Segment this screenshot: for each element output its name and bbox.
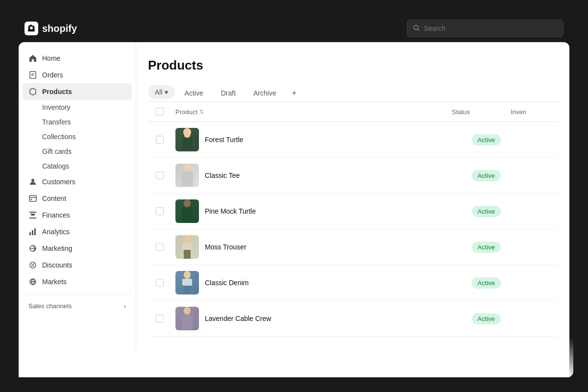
status-badge: Active [472,242,501,253]
home-icon [28,54,37,63]
row-checkbox[interactable] [156,279,164,287]
sidebar-item-transfers[interactable]: Transfers [36,115,132,129]
header-inventory-col: Inven [511,108,550,116]
row-checkbox[interactable] [156,172,164,179]
sidebar-item-collections[interactable]: Collections [36,129,132,144]
sidebar-item-products[interactable]: Products [23,83,132,100]
content-area: Products All ▾ Active Draft Archive + [136,42,569,377]
select-all-checkbox[interactable] [156,108,164,116]
product-list: Forest Turtle Active Classic Tee Active [148,122,558,337]
table-header: Product ⇅ Status Inven [148,102,558,122]
sidebar-item-markets[interactable]: Markets [23,273,132,290]
status-badge: Active [472,313,501,324]
sales-channels-label: Sales channels [28,302,72,310]
svg-point-11 [33,266,34,267]
table-row[interactable]: Classic Denim Active [148,265,558,301]
sidebar-label-orders: Orders [42,71,63,79]
status-badge: Active [472,134,501,146]
header-product-col: Product ⇅ [175,108,452,116]
chevron-down-icon: ▾ [165,88,168,96]
sidebar-label-home: Home [42,54,60,62]
sidebar-label-analytics: Analytics [42,228,70,236]
sidebar: Home Orders Products [19,42,136,377]
row-checkbox[interactable] [156,315,164,322]
marketing-icon [28,244,37,253]
sidebar-label-products: Products [42,88,72,96]
search-bar[interactable] [407,20,564,37]
sidebar-item-analytics[interactable]: Analytics [23,223,132,240]
sidebar-item-customers[interactable]: Customers [23,173,132,190]
tab-active[interactable]: Active [177,85,211,101]
row-checkbox[interactable] [156,136,164,144]
tab-archive[interactable]: Archive [245,85,284,101]
sidebar-label-marketing: Marketing [42,245,72,252]
top-bar: shopify [15,15,573,42]
table-row[interactable]: Lavender Cable Crew Active [148,301,558,337]
search-input[interactable] [424,24,557,32]
svg-point-26 [184,307,191,315]
sidebar-item-content[interactable]: Content [23,190,132,207]
sidebar-label-discounts: Discounts [42,261,72,269]
table-row[interactable]: Pine Mock Turtle Active [148,194,558,229]
svg-point-23 [184,271,191,279]
svg-rect-22 [182,243,192,250]
status-badge: Active [472,277,501,289]
sidebar-item-orders[interactable]: Orders [23,67,132,83]
product-thumbnail [175,128,199,151]
sidebar-item-finances[interactable]: Finances [23,207,132,223]
svg-rect-25 [182,279,192,286]
sidebar-item-catalogs[interactable]: Catalogs [36,159,132,173]
page-title: Products [148,58,558,73]
customers-icon [28,177,37,186]
svg-rect-17 [181,172,193,186]
svg-rect-19 [182,207,193,222]
main-area: Home Orders Products [19,42,569,377]
svg-rect-7 [34,228,36,235]
svg-point-10 [31,264,32,265]
svg-rect-6 [32,230,33,235]
logo-text: shopify [42,23,77,34]
product-thumbnail [175,164,199,187]
status-column-header: Status [452,108,501,116]
table-row[interactable]: Classic Tee Active [148,158,558,194]
product-name: Pine Mock Turtle [205,207,256,215]
sidebar-item-gift-cards[interactable]: Gift cards [36,144,132,159]
product-thumbnail [175,199,199,223]
sidebar-item-marketing[interactable]: Marketing [23,240,132,257]
discounts-icon [28,261,37,270]
tab-all[interactable]: All ▾ [148,85,175,99]
product-thumbnail [175,235,199,259]
header-checkbox-col [156,108,175,116]
product-name: Classic Denim [205,279,248,287]
svg-rect-1 [30,72,36,78]
sales-channels-arrow: › [124,302,126,310]
shopify-logo: shopify [24,22,77,35]
svg-point-16 [184,164,191,172]
products-sub-nav: Inventory Transfers Collections Gift car… [23,100,132,173]
sidebar-item-discounts[interactable]: Discounts [23,257,132,273]
sidebar-item-inventory[interactable]: Inventory [36,100,132,115]
sidebar-item-home[interactable]: Home [23,50,132,67]
svg-point-15 [184,134,190,138]
table-row[interactable]: Moss Trouser Active [148,229,558,265]
tab-draft[interactable]: Draft [213,85,244,101]
row-checkbox[interactable] [156,207,164,215]
svg-rect-5 [29,232,31,235]
sales-channels-section[interactable]: Sales channels › [23,294,132,314]
sidebar-label-content: Content [42,195,66,202]
products-icon [28,87,37,96]
header-status-col: Status [452,108,511,116]
svg-point-4 [30,199,32,200]
status-badge: Active [472,170,501,181]
screen-wrapper: shopify Home [15,15,573,377]
row-checkbox[interactable] [156,243,164,251]
sort-icon: ⇅ [199,109,204,115]
sidebar-label-finances: Finances [42,211,70,219]
finances-icon [28,211,37,220]
table-row[interactable]: Forest Turtle Active [148,122,558,158]
product-column-header[interactable]: Product ⇅ [175,108,204,116]
sidebar-label-customers: Customers [42,178,75,186]
svg-rect-3 [29,196,36,201]
status-badge: Active [472,206,501,217]
tab-plus[interactable]: + [286,85,302,101]
